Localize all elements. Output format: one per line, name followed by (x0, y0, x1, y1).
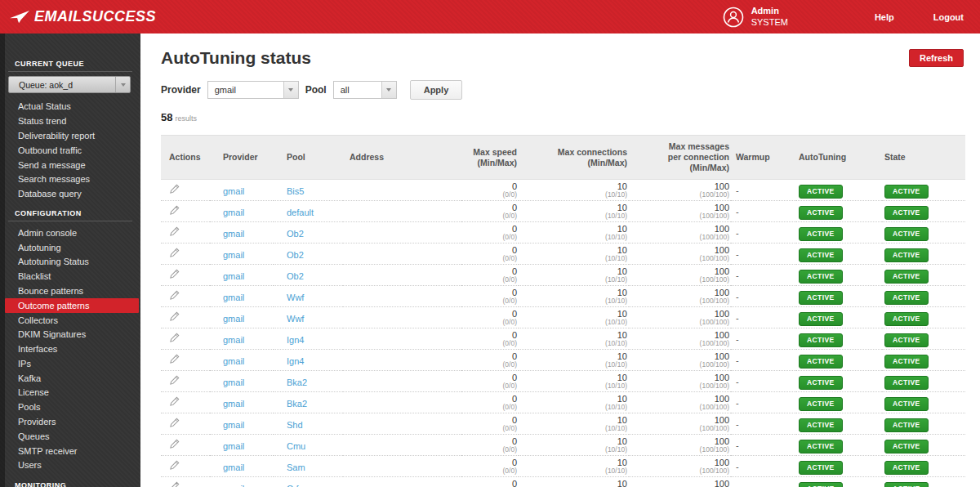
max-connections-cell: 10(10/10) (519, 435, 629, 456)
pool-link[interactable]: Ob2 (287, 250, 304, 260)
pool-link[interactable]: Ob2 (287, 229, 304, 239)
sidebar-section-title: MONITORING (0, 473, 140, 487)
edit-icon[interactable] (169, 439, 180, 449)
edit-icon[interactable] (169, 354, 180, 364)
pool-link[interactable]: Shd (287, 420, 303, 430)
sidebar-item-queues[interactable]: Queues (0, 429, 140, 444)
state-status-badge: ACTIVE (884, 312, 929, 326)
state-status-badge: ACTIVE (884, 206, 929, 220)
sidebar-item-autotuning-status[interactable]: Autotuning Status (0, 255, 140, 270)
sidebar-item-bounce-patterns[interactable]: Bounce patterns (0, 284, 140, 299)
app-logo[interactable]: EMAILSUCCESS (10, 8, 156, 25)
max-connections-cell: 10(10/10) (519, 392, 629, 413)
edit-icon[interactable] (169, 205, 180, 216)
sidebar-item-dkim-signatures[interactable]: DKIM Signatures (0, 328, 140, 342)
queue-selector[interactable]: Queue: aok_d (8, 76, 131, 93)
sidebar-item-blacklist[interactable]: Blacklist (0, 270, 140, 284)
sidebar-item-status-trend[interactable]: Status trend (0, 114, 140, 129)
pool-link[interactable]: Ob2 (287, 271, 304, 281)
provider-link[interactable]: gmail (223, 462, 244, 472)
provider-link[interactable]: gmail (223, 484, 244, 487)
warmup-cell: - (731, 350, 796, 371)
table-row: gmailBis50(0/0)10(10/10)100(100/100)-ACT… (161, 180, 965, 201)
max-connections-cell: 10(10/10) (519, 307, 629, 328)
provider-link[interactable]: gmail (223, 335, 244, 345)
sidebar-item-outcome-patterns[interactable]: Outcome patterns (5, 298, 139, 313)
warmup-cell: - (731, 307, 796, 328)
warmup-cell: - (731, 413, 796, 435)
provider-link[interactable]: gmail (223, 314, 244, 324)
queue-selector-value: Queue: aok_d (9, 77, 115, 92)
pool-link[interactable]: Wwf (287, 314, 304, 324)
pool-select[interactable]: all (333, 81, 397, 99)
edit-icon[interactable] (169, 481, 180, 487)
edit-icon[interactable] (169, 460, 180, 471)
sidebar-item-send-a-message[interactable]: Send a message (0, 158, 140, 172)
logout-link[interactable]: Logout (933, 12, 964, 22)
pool-link[interactable]: default (287, 208, 314, 217)
sidebar-item-autotuning[interactable]: Autotuning (0, 240, 140, 255)
sidebar-item-pools[interactable]: Pools (0, 400, 140, 415)
autotuning-status-badge: ACTIVE (799, 312, 843, 326)
pool-link[interactable]: Sam (287, 462, 305, 472)
sidebar-item-deliverability-report[interactable]: Deliverability report (0, 129, 140, 144)
provider-select[interactable]: gmail (207, 81, 299, 99)
pool-link[interactable]: Ign4 (287, 335, 304, 345)
provider-link[interactable]: gmail (223, 399, 244, 409)
sidebar-item-smtp-receiver[interactable]: SMTP receiver (0, 444, 140, 458)
provider-link[interactable]: gmail (223, 441, 244, 451)
warmup-cell: - (731, 201, 796, 222)
help-link[interactable]: Help (875, 12, 894, 22)
edit-icon[interactable] (169, 396, 180, 407)
warmup-cell: - (731, 435, 796, 456)
refresh-button[interactable]: Refresh (909, 49, 964, 67)
pool-link[interactable]: Bka2 (287, 378, 307, 387)
edit-icon[interactable] (169, 269, 180, 279)
warmup-cell: - (731, 371, 796, 392)
pool-link[interactable]: Bis5 (287, 186, 304, 196)
provider-link[interactable]: gmail (223, 250, 244, 260)
edit-icon[interactable] (169, 333, 180, 343)
provider-link[interactable]: gmail (223, 420, 244, 430)
sidebar-item-database-query[interactable]: Database query (0, 187, 140, 202)
edit-icon[interactable] (169, 311, 180, 322)
user-menu[interactable]: Admin SYSTEM (723, 6, 788, 27)
edit-icon[interactable] (169, 226, 180, 237)
sidebar-item-actual-status[interactable]: Actual Status (0, 100, 140, 114)
edit-icon[interactable] (169, 184, 180, 194)
sidebar-item-ips[interactable]: IPs (0, 357, 140, 372)
provider-link[interactable]: gmail (223, 186, 244, 196)
sidebar-item-interfaces[interactable]: Interfaces (0, 342, 140, 357)
provider-link[interactable]: gmail (223, 378, 244, 387)
provider-link[interactable]: gmail (223, 356, 244, 366)
sidebar-item-providers[interactable]: Providers (0, 415, 140, 430)
warmup-cell: - (731, 328, 796, 350)
sidebar-item-kafka[interactable]: Kafka (0, 371, 140, 386)
sidebar-item-license[interactable]: License (0, 386, 140, 400)
pool-link[interactable]: Cmu (287, 441, 305, 451)
pool-link[interactable]: Crf (287, 484, 299, 487)
edit-icon[interactable] (169, 248, 180, 258)
pool-link[interactable]: Bka2 (287, 399, 307, 409)
edit-icon[interactable] (169, 290, 180, 301)
autotuning-status-badge: ACTIVE (799, 185, 843, 199)
edit-icon[interactable] (169, 375, 180, 386)
provider-link[interactable]: gmail (223, 271, 244, 281)
sidebar-item-users[interactable]: Users (0, 458, 140, 473)
max-messages-cell: 100(100/100) (629, 435, 731, 456)
apply-button[interactable]: Apply (410, 80, 463, 100)
provider-link[interactable]: gmail (223, 293, 244, 302)
chevron-down-icon (115, 77, 130, 92)
pool-link[interactable]: Ign4 (287, 356, 304, 366)
pool-link[interactable]: Wwf (287, 293, 304, 302)
sidebar-item-collectors[interactable]: Collectors (0, 313, 140, 328)
sidebar-item-admin-console[interactable]: Admin console (0, 226, 140, 240)
sidebar-item-search-messages[interactable]: Search messages (0, 172, 140, 187)
provider-link[interactable]: gmail (223, 229, 244, 239)
max-connections-cell: 10(10/10) (519, 222, 629, 244)
max-speed-cell: 0(0/0) (461, 201, 519, 222)
edit-icon[interactable] (169, 418, 180, 428)
provider-link[interactable]: gmail (223, 208, 244, 217)
pool-select-value: all (334, 82, 381, 98)
sidebar-item-outbound-traffic[interactable]: Outbound traffic (0, 143, 140, 158)
